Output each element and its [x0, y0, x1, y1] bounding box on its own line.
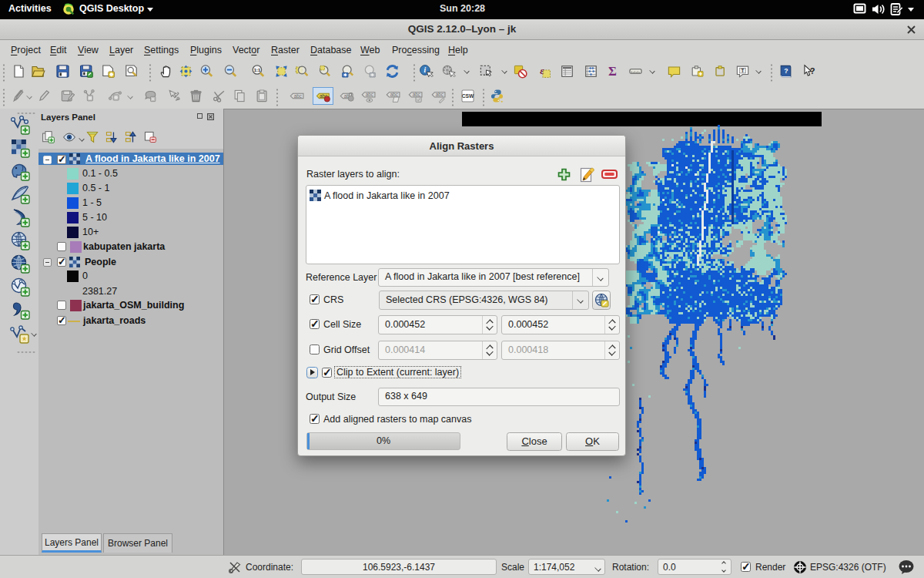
svg-text:1:1: 1:1 [254, 68, 261, 72]
svg-text:?: ? [784, 67, 788, 75]
svg-text:abc: abc [413, 92, 420, 97]
svg-text:ε: ε [540, 65, 544, 76]
svg-text:abc: abc [294, 93, 302, 99]
svg-text:Σ: Σ [608, 64, 617, 79]
svg-text:abc: abc [436, 92, 444, 97]
svg-text:?: ? [810, 66, 815, 76]
svg-text:abc: abc [366, 92, 373, 97]
svg-text:T: T [742, 68, 745, 73]
svg-text:i: i [424, 66, 427, 74]
svg-text:CSW: CSW [462, 93, 474, 99]
svg-text:abc: abc [390, 92, 398, 97]
